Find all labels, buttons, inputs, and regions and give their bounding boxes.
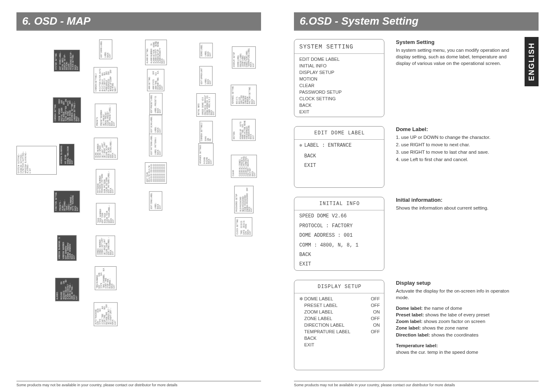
page-left: 6. OSD - MAP SYSTEM SETTING-- CAMERA SET…: [0, 0, 278, 392]
map-block: FUNCTION SETTING PRESETS -- SCAN -- PATT…: [54, 191, 80, 212]
map-block: ADVANCE SETTING IRIS CTL IRIS LVL SHUTTE…: [231, 84, 257, 105]
list-item: PASSWORD SETUP: [299, 89, 380, 96]
info-line: PROTOCOL : FACTORY: [299, 223, 380, 230]
desc-text: shows the coordinates: [430, 332, 479, 337]
row-value: OFF: [371, 296, 380, 302]
map-block: ALARM SETTING ALARM NUMBER 01 ALARM ACTI…: [145, 39, 167, 65]
dome-label-value: LABEL : ENTRANCE: [299, 142, 380, 149]
desc-label: Direction label:: [396, 332, 430, 337]
desc-step: 2. use RIGHT to move to next char.: [396, 141, 516, 148]
display-setup-desc: Display setup Actuvate the display for t…: [396, 280, 516, 370]
map-col-5: DISPLAY SETUP DOME LABEL PRESET LABEL ZO…: [226, 39, 261, 351]
list-item: DISPLAY SETUP: [299, 69, 380, 76]
desc-text: the name of dome: [423, 306, 462, 311]
language-tab-text: ENGLISH: [527, 42, 536, 81]
desc-step: 3. use RIGHT to move to last char and sa…: [396, 149, 516, 155]
map-block: DISPLAY SETUP DOME LABEL PRESET LABEL ZO…: [232, 46, 256, 69]
initial-info-title: INITIAL INFO: [299, 201, 380, 209]
desc-label: Preset label:: [396, 312, 424, 317]
map-block: CAMERA SETTING ZOOM SPEED HIGH DIGITAL Z…: [53, 98, 81, 123]
right-title: 6.OSD - System Setting: [294, 12, 539, 31]
list-item: CLEAR: [299, 83, 380, 89]
list-item: EDIT DOME LABEL: [299, 56, 380, 63]
row-value: ON: [373, 322, 380, 329]
footer-right: Some products may not be available in yo…: [294, 381, 539, 387]
map-block: PATTERNS PATTERN NUMBER PROGRAM PATTERN …: [96, 169, 115, 195]
row-value: OFF: [371, 302, 380, 309]
map-block: ZONES ZONES NUMBER ZONES LEFT LIMIT SET …: [96, 235, 115, 256]
desc-heading: Initial information:: [396, 197, 516, 203]
info-line: DOME ADDRESS : 001: [299, 232, 380, 239]
page-right: 6.OSD - System Setting ENGLISH SYSTEM SE…: [278, 0, 555, 392]
map-block: DOME LABEL LABEL BACK EXIT: [199, 43, 213, 58]
map-block: INITIAL INFO SPEED DOME V2.8 PROTOCOL : …: [196, 94, 215, 117]
back-label: BACK: [299, 335, 380, 342]
dome-label-panel: EDIT DOME LABEL LABEL : ENTRANCE BACK EX…: [294, 126, 384, 188]
desc-label: Zoom label:: [396, 319, 423, 324]
dome-label-title: EDIT DOME LABEL: [299, 130, 380, 138]
map-block: CAMERA SETTING 2 GAIN WB FB: [199, 121, 213, 143]
map-block: AUTO TRACKING DAY SUN STATE N/A START TI…: [94, 302, 118, 326]
map-block: ARM SETTING ARM STATE OFF ARM TIME N.A D…: [147, 69, 164, 91]
info-line: COMM : 4800, N, 8, 1: [299, 242, 380, 249]
map-col-3: ALARM SETTING ALARM NUMBER 01 ALARM ACTI…: [138, 39, 173, 351]
map-block: EDIT SCAN LABEL LABEL : BACK EXIT: [149, 115, 162, 134]
map-block: PRESETS PRESET NUMBER SET PRESET SHOW PR…: [95, 104, 117, 127]
map-col-2: EDIT DOME LABEL LABEL BACK EXIT CAMERA S…: [88, 39, 123, 351]
desc-text: shows the cur. temp in the speed dome: [396, 349, 516, 355]
map-block: ALARMS RESUME ON SEQUECE ON RESET DELAY …: [55, 278, 79, 302]
desc-text: In system setting menu, you can modify o…: [396, 47, 516, 67]
exit-label: EXIT: [299, 162, 380, 169]
desc-label: Dome label:: [396, 306, 423, 311]
desc-text: shows zoom factor on screen: [423, 319, 486, 324]
row-label: PRESET LABEL: [304, 302, 338, 309]
map-block: WINDOW BLANKING WS SCAN DWELL TIME ZOOM …: [59, 144, 74, 166]
map-block: SCAN SCAN NUMBER SCAN SPEED SET LEFT LIM…: [94, 138, 118, 160]
map-block: PASSWORD SETUP OLD PASSWORD NEW PASSWORD…: [234, 186, 253, 214]
map-block: EDIT PRESET LABEL LABEL : PRESET-01 BACK…: [149, 93, 162, 115]
map-col-1: SYSTEM SETTING EDIT DOME LABEL-- INITIAL…: [49, 39, 85, 351]
map-block: EDIT UPPER LIMIT LABEL BACK EXIT: [199, 66, 213, 86]
list-item: EXIT: [299, 109, 380, 115]
osd-map: SYSTEM SETTING-- CAMERA SETTING-- FUNCTI…: [16, 39, 261, 351]
system-setting-title: SYSTEM SETTING: [299, 43, 380, 53]
map-block: SYSTEM SETTING EDIT DOME LABEL-- INITIAL…: [54, 50, 80, 71]
desc-label: Temperature label:: [396, 343, 438, 348]
initial-info-panel: INITIAL INFO SPEED DOME V2.66 PROTOCOL :…: [294, 197, 384, 271]
language-tab: ENGLISH: [525, 37, 539, 86]
desc-step: 1. use UP or DOWN to change the characto…: [396, 134, 516, 141]
exit-label: EXIT: [299, 261, 380, 268]
row-value: OFF: [371, 316, 380, 322]
map-block: EDIT DOME LABEL LABEL BACK EXIT: [99, 39, 112, 59]
row-label: DIRECTION LABEL: [304, 322, 345, 329]
dome-label-desc: Dome Label: 1. use UP or DOWN to change …: [396, 126, 516, 188]
desc-heading: System Setting: [396, 39, 516, 45]
footer-left: Some products may not be available in yo…: [16, 381, 261, 387]
row-label: ZONE LABEL: [304, 316, 332, 322]
row-value: ON: [373, 309, 380, 316]
map-block: CLOCK SETTING TIME 00:00:00 DATE 08:01:0…: [235, 217, 252, 236]
list-item: CLOCK SETTING: [299, 96, 380, 102]
list-item: BACK: [299, 102, 380, 109]
back-label: BACK: [299, 153, 380, 160]
map-block: CAMERA SETTING 2 IR CUTTER FILTER AUTO I…: [94, 67, 118, 93]
desc-text: Shows the information about current sett…: [396, 205, 516, 211]
map-block: TOUR TOUR NUMBER EDIT TOUR RUN TOUR CLEA…: [96, 203, 115, 225]
map-block: TIME RUNNING DAY SUN STATE N/A TIME CHAN…: [95, 266, 117, 290]
system-setting-panel: SYSTEM SETTING EDIT DOME LABEL INITIAL I…: [294, 39, 384, 117]
desc-text: shows the labe of every preset: [424, 312, 489, 317]
row-label: TEMPRATURE LABEL: [304, 329, 350, 335]
map-block: MOTION POWER UP AUTO PARK TIME N/A PARK …: [232, 119, 256, 141]
row-label: ZOOM LABEL: [304, 309, 333, 316]
desc-heading: Dome Label:: [396, 126, 516, 132]
desc-label: Zone label:: [396, 325, 421, 330]
desc-text: shows the zone name: [421, 325, 468, 330]
exit-label: EXIT: [299, 342, 380, 348]
map-block: WINDOW BLANKING 01 WINDOW NUMBER EDIT WI…: [57, 235, 76, 261]
map-block: ADVANCE SETTING2 R-GAIN B-GAIN BACK EXIT: [198, 143, 213, 166]
system-setting-desc: System Setting In system setting menu, y…: [396, 39, 516, 117]
back-label: BACK: [299, 251, 380, 258]
desc-step: 4. use Left to first char and cancel.: [396, 156, 516, 163]
left-title: 6. OSD - MAP: [16, 12, 261, 31]
display-setup-panel: DISPLAY SETUP DOME LABELOFF PRESET LABEL…: [294, 280, 384, 370]
